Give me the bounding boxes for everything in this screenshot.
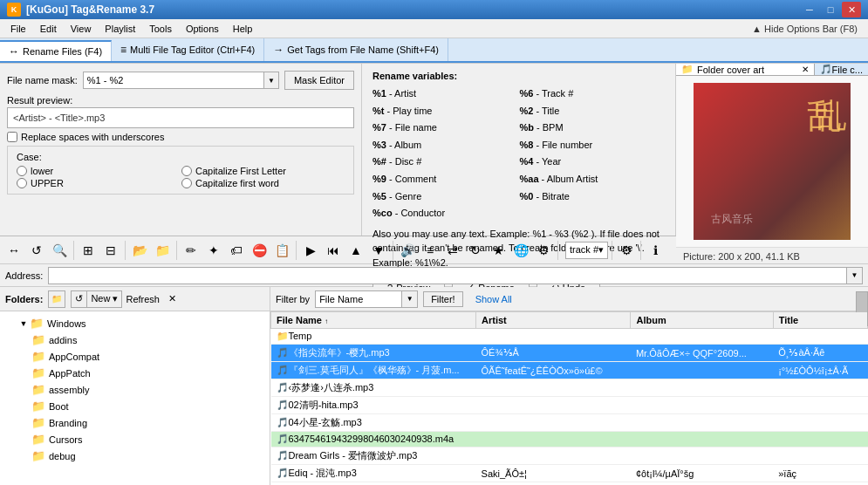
table-row[interactable]: 🎵‹苏梦逢›八连杀.mp3 (271, 379, 868, 397)
address-combo-arrow[interactable]: ▼ (847, 267, 863, 284)
table-row[interactable]: 🎵Ediq - 混沌.mp3 Saki_ÃÔ±¦ ¢ôt¡l¼/µAÏ°šg »… (271, 465, 868, 482)
case-capitalize-first-radio[interactable] (181, 166, 192, 176)
menu-file[interactable]: File (3, 22, 33, 36)
tool-up-btn[interactable]: ▲ (345, 240, 366, 261)
cover-info: Picture: 200 x 200, 41.1 KB (676, 247, 868, 265)
tool-web-btn[interactable]: 🌐 (510, 240, 531, 261)
tree-item-appcompat[interactable]: 📁 AppCompat (0, 348, 270, 365)
tool-delete-btn[interactable]: ⛔ (249, 240, 270, 261)
folder-browse-button[interactable]: 📁 (48, 290, 65, 308)
tree-item-boot[interactable]: 📁 Boot (0, 398, 270, 414)
menu-view[interactable]: View (64, 22, 99, 36)
folders-close-btn[interactable]: ✕ (168, 293, 176, 304)
show-all-button[interactable]: Show All (468, 292, 519, 306)
table-row[interactable]: 🎵『剑三.莫毛同人』《枫华殇》- 月菠.m... ÔÃÊ˜featÊ˜¿ÊÊÒÖ… (271, 362, 868, 379)
table-row[interactable]: 🎵Kiss My Soul - 玄觞.mp3 Þpõü »Ã»¯±» Kiss … (271, 482, 868, 486)
tree-item-addins[interactable]: 📁 addins (0, 331, 270, 348)
tool-play-btn[interactable]: ▶ (300, 240, 321, 261)
tool-rename-btn[interactable]: ↔ (3, 240, 24, 261)
tree-item-windows[interactable]: ▼ 📁 Windows (0, 315, 270, 331)
menu-edit[interactable]: Edit (33, 22, 64, 36)
col-album[interactable]: Album (631, 312, 773, 329)
tool-folder-open-btn[interactable]: 📂 (129, 240, 150, 261)
cover-panel: 📁 Folder cover art ✕ 🎵 File c... (676, 64, 868, 236)
col-filename[interactable]: File Name ↑ (271, 312, 476, 329)
vars-title: Rename variables: (372, 71, 665, 81)
cover-tab-close[interactable]: ✕ (802, 65, 809, 74)
tool-tag-btn[interactable]: 🏷 (226, 240, 247, 261)
table-row[interactable]: 📁Temp (271, 329, 868, 345)
refresh-button[interactable]: Refresh (126, 294, 160, 304)
folder-icon-sm: 📁 (277, 331, 289, 341)
case-capitalize-word-radio[interactable] (181, 178, 192, 188)
tree-item-cursors[interactable]: 📁 Cursors (0, 431, 270, 447)
close-button[interactable]: ✕ (842, 2, 861, 17)
track-combo[interactable]: track #▾ (565, 242, 608, 259)
file-cover-tab[interactable]: 🎵 File c... (815, 64, 868, 75)
tab-multi-file-tag[interactable]: ≡ Multi File Tag Editor (Ctrl+F4) (112, 38, 264, 61)
appcompat-folder-icon: 📁 (31, 350, 45, 363)
tool-refresh-btn[interactable]: ↺ (26, 240, 47, 261)
addins-folder-icon: 📁 (31, 333, 45, 346)
file-list-panel: Filter by File Name ▼ Filter! Show All F… (270, 287, 868, 485)
tool-sep-7 (612, 241, 612, 260)
tool-info-btn[interactable]: ℹ (645, 240, 666, 261)
col-artist[interactable]: Artist (476, 312, 631, 329)
refresh-icon-btn[interactable]: ↺ (71, 290, 87, 308)
menu-help[interactable]: Help (226, 22, 260, 36)
menu-playlist[interactable]: Playlist (98, 22, 142, 36)
tool-copy-btn[interactable]: 📋 (271, 240, 292, 261)
tool-repeat-btn[interactable]: ↻ (465, 240, 486, 261)
case-upper-radio[interactable] (17, 178, 27, 188)
cover-art-tab[interactable]: 📁 Folder cover art ✕ (676, 64, 815, 75)
maximize-button[interactable]: □ (821, 2, 840, 17)
tool-wand-btn[interactable]: ✦ (203, 240, 224, 261)
filter-type-combo[interactable]: File Name ▼ (315, 290, 418, 308)
menu-options[interactable]: Options (179, 22, 226, 36)
tree-item-branding[interactable]: 📁 Branding (0, 414, 270, 431)
mask-combo-arrow[interactable]: ▼ (263, 72, 279, 89)
replace-spaces-checkbox[interactable] (7, 132, 17, 142)
tool-grid1-btn[interactable]: ⊞ (78, 240, 99, 261)
file-list-header: Filter by File Name ▼ Filter! Show All (270, 287, 868, 311)
tool-script-btn[interactable]: ⚙ (533, 240, 554, 261)
tree-expand-windows[interactable]: ▼ (17, 318, 30, 330)
multi-file-icon: ≡ (120, 44, 126, 56)
tool-down-btn[interactable]: ▼ (368, 240, 389, 261)
tool-eq-btn[interactable]: ≡ (420, 240, 441, 261)
menu-tools[interactable]: Tools (142, 22, 179, 36)
filter-button[interactable]: Filter! (423, 291, 463, 307)
table-row[interactable]: 🎵Dream Girls - 爱情微波炉.mp3 (271, 447, 868, 465)
minimize-button[interactable]: ─ (800, 2, 819, 17)
tool-config-btn[interactable]: ⚙ (616, 240, 637, 261)
filter-type-arrow[interactable]: ▼ (402, 290, 418, 308)
app-icon: K (7, 3, 21, 17)
tree-item-assembly[interactable]: 📁 assembly (0, 381, 270, 398)
mask-input[interactable] (83, 72, 263, 89)
case-capitalize-word-label: Capitalize first word (195, 178, 279, 188)
tool-shuffle-btn[interactable]: ⇄ (442, 240, 463, 261)
tool-star-btn[interactable]: ★ (488, 240, 509, 261)
hide-options-bar-button[interactable]: ▲ Hide Options Bar (F8) (745, 22, 865, 36)
tree-item-debug[interactable]: 📁 debug (0, 447, 270, 464)
table-row[interactable]: 🎵634754619432998046030240938.m4a (271, 432, 868, 447)
col-title[interactable]: Title (773, 312, 867, 329)
tab-rename-files[interactable]: ↔ Rename Files (F4) (0, 40, 112, 61)
tool-folder-btn[interactable]: 📁 (152, 240, 173, 261)
file-table: File Name ↑ Artist Album Title 📁Temp � (270, 311, 868, 485)
table-row[interactable]: 🎵02清明-hita.mp3 (271, 397, 868, 414)
tool-prev-btn[interactable]: ⏮ (323, 240, 344, 261)
tab-get-tags[interactable]: → Get Tags from File Name (Shift+F4) (264, 38, 448, 61)
table-row[interactable]: 🎵《指尖流年》-樱九.mp3 ÔÉ¾⅓Å Mr.ÔãÔÆ×÷ QQF°2609.… (271, 345, 868, 362)
mask-editor-button[interactable]: Mask Editor (284, 71, 354, 90)
tool-edit-btn[interactable]: ✏ (181, 240, 202, 261)
address-input[interactable] (48, 267, 847, 284)
result-label: Result preview: (7, 95, 72, 106)
tool-search-btn[interactable]: 🔍 (49, 240, 70, 261)
tree-item-apppatch[interactable]: 📁 AppPatch (0, 365, 270, 381)
new-button[interactable]: New ▾ (87, 290, 122, 308)
case-lower-radio[interactable] (17, 166, 27, 176)
tool-vol-btn[interactable]: 🔊 (397, 240, 418, 261)
table-row[interactable]: 🎵04小星-玄觞.mp3 (271, 414, 868, 432)
tool-grid2-btn[interactable]: ⊟ (100, 240, 121, 261)
